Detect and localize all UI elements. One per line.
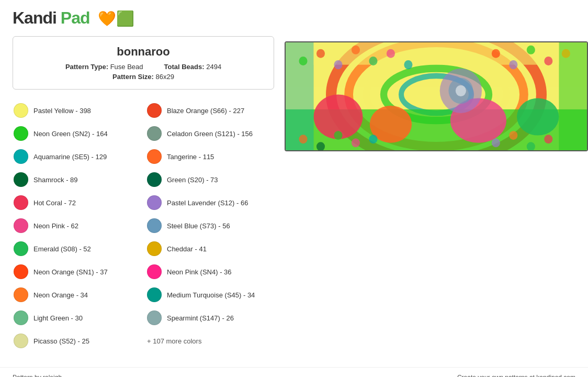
svg-point-27 <box>527 46 535 54</box>
preview-svg <box>286 42 587 150</box>
pattern-size-row: Pattern Size: 86x29 <box>24 73 263 81</box>
svg-point-35 <box>492 138 500 147</box>
svg-point-20 <box>334 60 342 69</box>
color-name: Celadon Green (S121) - 156 <box>167 130 253 138</box>
color-item: Cheddar - 41 <box>146 238 274 259</box>
color-item: Emerald (S08) - 52 <box>13 238 141 259</box>
color-swatch <box>14 172 28 187</box>
pattern-info-box: bonnaroo Pattern Type: Fuse Bead Total B… <box>13 36 274 90</box>
pattern-title: bonnaroo <box>24 45 263 59</box>
color-item: Medium Turquoise (S45) - 34 <box>146 284 274 305</box>
color-name: Pastel Lavender (S12) - 66 <box>167 199 248 207</box>
color-name: Neon Pink (SN4) - 36 <box>167 268 232 276</box>
svg-point-29 <box>562 49 570 58</box>
pattern-meta: Pattern Type: Fuse Bead Total Beads: 249… <box>24 63 263 71</box>
color-name: Emerald (S08) - 52 <box>33 245 91 253</box>
pattern-size: Pattern Size: 86x29 <box>112 73 174 81</box>
color-item: Green (S20) - 73 <box>146 169 274 190</box>
color-swatch <box>14 334 28 348</box>
pattern-type-value: Fuse Bead <box>110 63 143 71</box>
color-item: Shamrock - 89 <box>13 169 141 190</box>
color-item: Neon Orange - 34 <box>13 284 141 305</box>
pattern-beads: Total Beads: 2494 <box>164 63 222 71</box>
color-name: Neon Orange (SN1) - 37 <box>33 268 108 276</box>
color-name: Shamrock - 89 <box>33 176 78 184</box>
color-item: Spearmint (S147) - 26 <box>146 307 274 328</box>
color-swatch <box>147 195 162 210</box>
pattern-preview <box>285 41 588 151</box>
color-name: Neon Green (SN2) - 164 <box>33 130 108 138</box>
svg-point-30 <box>299 135 307 143</box>
svg-point-19 <box>316 49 325 58</box>
color-name: Neon Orange - 34 <box>33 291 88 299</box>
right-panel <box>285 36 588 351</box>
color-name: Tangerine - 115 <box>167 153 214 161</box>
svg-point-25 <box>492 49 500 58</box>
svg-point-18 <box>299 57 307 65</box>
svg-point-36 <box>509 131 517 140</box>
svg-point-38 <box>544 135 552 143</box>
footer-cta: Create your own patterns at kandipad.com <box>457 374 575 377</box>
color-name: Blaze Orange (S66) - 227 <box>167 107 244 115</box>
svg-point-14 <box>456 85 466 96</box>
svg-point-34 <box>369 135 377 143</box>
svg-point-28 <box>544 57 552 65</box>
color-item: Neon Pink (SN4) - 36 <box>146 261 274 282</box>
color-swatch <box>14 264 28 279</box>
color-swatch <box>147 264 162 279</box>
svg-point-11 <box>517 98 559 136</box>
color-name: Cheddar - 41 <box>167 245 207 253</box>
color-name: Neon Pink - 62 <box>33 222 78 230</box>
color-item: Neon Pink - 62 <box>13 215 141 236</box>
pattern-type: Pattern Type: Fuse Bead <box>65 63 143 71</box>
color-item: Tangerine - 115 <box>146 146 274 167</box>
logo-kandi: Kandi <box>13 8 56 27</box>
color-item: Light Green - 30 <box>13 307 141 328</box>
color-swatch <box>14 218 28 233</box>
color-swatch <box>14 126 28 141</box>
svg-point-24 <box>404 60 412 69</box>
color-name: Green (S20) - 73 <box>167 176 218 184</box>
color-swatch <box>147 218 162 233</box>
logo: Kandi Pad 🧡🟩 <box>13 8 134 28</box>
color-item: Celadon Green (S121) - 156 <box>146 123 274 144</box>
color-swatch <box>14 103 28 118</box>
color-swatch <box>14 311 28 325</box>
svg-rect-16 <box>559 42 587 150</box>
color-swatch <box>147 126 162 141</box>
main-content: bonnaroo Pattern Type: Fuse Bead Total B… <box>0 36 588 362</box>
pattern-beads-value: 2494 <box>206 63 221 71</box>
header: Kandi Pad 🧡🟩 <box>0 0 588 36</box>
color-swatch <box>14 287 28 302</box>
svg-rect-17 <box>314 42 559 65</box>
color-swatch <box>147 287 162 302</box>
color-item: Neon Green (SN2) - 164 <box>13 123 141 144</box>
color-swatch <box>147 241 162 256</box>
color-item: Picasso (S52) - 25 <box>13 330 141 351</box>
color-name: Spearmint (S147) - 26 <box>167 314 234 322</box>
color-swatch <box>14 241 28 256</box>
svg-point-32 <box>334 131 342 140</box>
svg-point-21 <box>352 46 360 54</box>
svg-point-26 <box>509 60 517 69</box>
color-swatch <box>147 103 162 118</box>
footer: Pattern by raleigh Create your own patte… <box>0 367 588 377</box>
color-name: Medium Turquoise (S45) - 34 <box>167 291 255 299</box>
color-item: Pastel Yellow - 398 <box>13 100 141 121</box>
footer-author: Pattern by raleigh <box>13 374 62 377</box>
pattern-size-value: 86x29 <box>155 73 174 81</box>
color-name: Pastel Yellow - 398 <box>33 107 91 115</box>
color-name: Steel Blue (S73) - 56 <box>167 222 230 230</box>
more-colors-label: + 107 more colors <box>146 330 274 351</box>
color-name: Picasso (S52) - 25 <box>33 337 89 345</box>
logo-pad: Pad <box>61 8 90 27</box>
color-list: Pastel Yellow - 398 Blaze Orange (S66) -… <box>13 100 274 351</box>
svg-point-33 <box>352 138 360 147</box>
color-swatch <box>147 149 162 164</box>
logo-icon: 🧡🟩 <box>98 10 134 27</box>
svg-point-22 <box>369 57 377 65</box>
color-item: Blaze Orange (S66) - 227 <box>146 100 274 121</box>
color-item: Steel Blue (S73) - 56 <box>146 215 274 236</box>
pattern-size-label: Pattern Size: <box>112 73 154 81</box>
color-swatch <box>147 172 162 187</box>
